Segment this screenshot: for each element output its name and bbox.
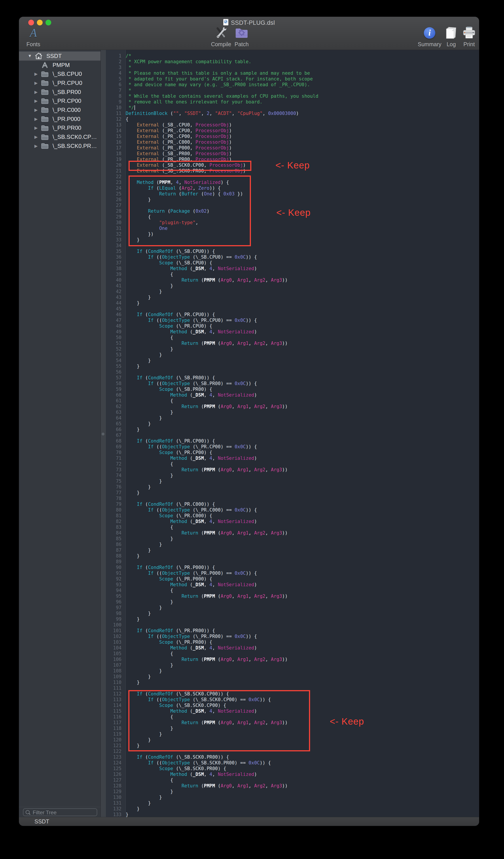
line-number: 49 — [106, 329, 124, 335]
chevron-right-icon[interactable]: ▶ — [33, 80, 39, 86]
code-line: 84 Return (PMPM (Arg0, Arg1, Arg2, Arg3)… — [106, 530, 479, 536]
fonts-button[interactable]: A Fonts — [19, 25, 50, 47]
line-number: 74 — [106, 472, 124, 478]
code-line: 76 } — [106, 484, 479, 490]
line-number: 75 — [106, 478, 124, 484]
document-icon — [223, 19, 229, 26]
line-number: 103 — [106, 639, 124, 645]
sidebar-item[interactable]: ▶ \_SB.CPU0 — [19, 70, 100, 78]
code-line: 122 — [106, 749, 479, 754]
line-number: 1 — [106, 53, 124, 59]
line-number: 84 — [106, 530, 124, 536]
code-text: */ — [124, 105, 135, 110]
code-text: { — [124, 461, 173, 467]
line-number: 133 — [106, 812, 124, 817]
line-number: 39 — [106, 271, 124, 277]
line-number: 70 — [106, 450, 124, 455]
method-icon — [41, 61, 49, 69]
patch-button[interactable]: Patch — [225, 25, 258, 47]
sidebar-item[interactable]: ▶ PMPM — [19, 61, 100, 70]
code-text — [124, 622, 126, 628]
sidebar-item[interactable]: ▶ \_PR.CP00 — [19, 96, 100, 105]
code-line: 19 External (_PR_.PR00, ProcessorObj) — [106, 156, 479, 162]
code-line: 56 — [106, 369, 479, 375]
code-text: } — [124, 352, 162, 358]
code-line: 131 } — [106, 800, 479, 806]
splitter-handle-icon — [101, 433, 105, 436]
line-number: 118 — [106, 725, 124, 731]
code-text: Scope (\_PR.CPU0) { — [124, 323, 212, 329]
code-text: DefinitionBlock ("", "SSDT", 2, "ACDT", … — [124, 110, 299, 116]
code-text — [124, 432, 126, 438]
line-number: 90 — [106, 564, 124, 570]
print-button[interactable]: Print — [453, 25, 479, 47]
sidebar-item-ssdt[interactable]: ▼ SSDT — [19, 51, 100, 61]
acpi-tree: ▼ SSDT ▶ PMPM▶ \_SB.CPU0▶ — [19, 51, 100, 151]
sidebar-item[interactable]: ▶ \_PR.C000 — [19, 105, 100, 115]
sidebar-item[interactable]: ▶ \_SB.PR00 — [19, 88, 100, 96]
fonts-label: Fonts — [19, 41, 50, 47]
line-number: 98 — [106, 611, 124, 616]
code-line: 64 } — [106, 415, 479, 421]
sidebar-item[interactable]: ▶ \_SB.SCK0.CP… — [19, 132, 100, 141]
line-number: 19 — [106, 156, 124, 162]
sidebar-splitter[interactable] — [101, 50, 106, 817]
code-editor[interactable]: 1/*2 * XCPM power management compatibili… — [106, 50, 479, 817]
filter-tree-field — [23, 808, 97, 816]
code-line: 127 { — [106, 777, 479, 783]
chevron-right-icon[interactable]: ▶ — [33, 90, 39, 95]
line-number: 11 — [106, 110, 124, 116]
home-icon — [34, 52, 43, 60]
code-text: * adapted to fit your board's ACPI stack… — [124, 76, 313, 82]
code-line: 73 Return (PMPM (Arg0, Arg1, Arg2, Arg3)… — [106, 467, 479, 472]
chevron-right-icon[interactable]: ▶ — [33, 134, 39, 139]
code-line: 80 If ((ObjectType (\_PR.C000) == 0x0C))… — [106, 507, 479, 513]
code-line: 88 } — [106, 553, 479, 559]
code-text: } — [124, 743, 140, 749]
line-number: 52 — [106, 346, 124, 352]
folder-icon — [41, 106, 49, 114]
code-line: 89 — [106, 559, 479, 564]
line-number: 60 — [106, 392, 124, 398]
code-text: Method (_DSM, 4, NotSerialized) — [124, 645, 257, 651]
chevron-right-icon[interactable]: ▶ — [33, 117, 39, 122]
chevron-right-icon[interactable]: ▶ — [33, 99, 39, 103]
code-line: 35 If (CondRefOf (\_SB.CPU0)) { — [106, 248, 479, 254]
code-line: 20 External (_SB_.SCK0.CP00, ProcessorOb… — [106, 162, 479, 168]
line-number: 27 — [106, 202, 124, 208]
line-number: 127 — [106, 777, 124, 783]
tree-item-label: \_SB.SCK0.CP… — [52, 134, 97, 140]
code-line: 11DefinitionBlock ("", "SSDT", 2, "ACDT"… — [106, 110, 479, 116]
line-number: 41 — [106, 283, 124, 289]
chevron-right-icon[interactable]: ▶ — [33, 144, 39, 149]
sidebar-item[interactable]: ▶ \_PR.P000 — [19, 115, 100, 124]
code-line: 55 } — [106, 363, 479, 369]
chevron-right-icon[interactable]: ▶ — [33, 125, 39, 131]
code-text: } — [124, 427, 140, 432]
code-line: 125 Scope (\_SB.SCK0.PR00) { — [106, 766, 479, 771]
tree-item-label: PMPM — [52, 62, 70, 69]
sidebar-item[interactable]: ▶ \_PR.CPU0 — [19, 78, 100, 88]
line-number: 23 — [106, 180, 124, 185]
code-text — [124, 559, 126, 564]
sidebar-item[interactable]: ▶ \_PR.PR00 — [19, 124, 100, 133]
line-number: 53 — [106, 352, 124, 358]
code-text: { — [124, 214, 151, 220]
code-line: 42 } — [106, 289, 479, 295]
code-text: } — [124, 795, 162, 800]
code-text: { — [124, 335, 173, 341]
chevron-right-icon[interactable]: ▶ — [33, 107, 39, 112]
code-text: } — [124, 484, 151, 490]
chevron-right-icon[interactable]: ▶ — [33, 71, 39, 76]
line-number: 18 — [106, 151, 124, 156]
filter-tree-input[interactable] — [32, 809, 95, 816]
code-line: 39 { — [106, 271, 479, 277]
line-number: 89 — [106, 559, 124, 564]
sidebar-item[interactable]: ▶ \_SB.SCK0.PR… — [19, 141, 100, 151]
printer-icon — [462, 27, 476, 39]
line-number: 76 — [106, 484, 124, 490]
code-line: 66 } — [106, 427, 479, 432]
code-line: 106 Return (PMPM (Arg0, Arg1, Arg2, Arg3… — [106, 657, 479, 662]
code-line: 117 Return (PMPM (Arg0, Arg1, Arg2, Arg3… — [106, 720, 479, 725]
code-line: 52 } — [106, 346, 479, 352]
